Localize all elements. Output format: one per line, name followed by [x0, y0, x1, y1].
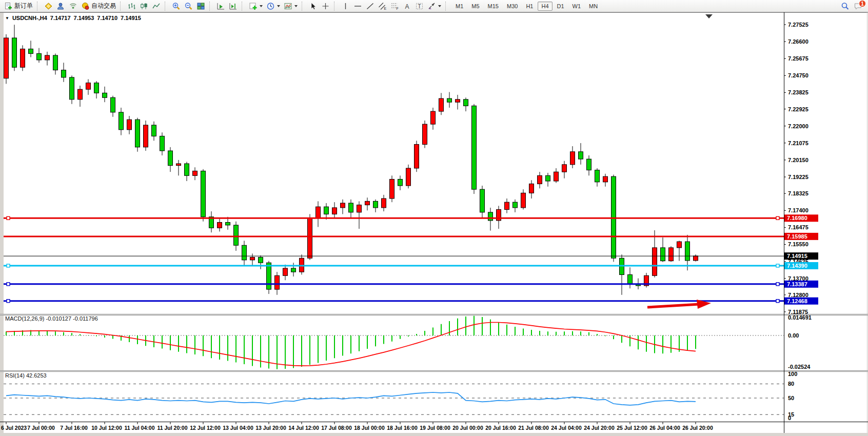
text-icon: A: [403, 2, 411, 10]
time-axis-label: 6 Jul 2023: [1, 425, 27, 431]
periods-button[interactable]: [265, 1, 282, 11]
timeframe-m30[interactable]: M30: [503, 2, 521, 11]
timeframe-m15[interactable]: M15: [484, 2, 502, 11]
macd-axis-label: 0.00: [788, 332, 799, 339]
timeframe-h1[interactable]: H1: [522, 2, 537, 11]
channel-button[interactable]: E: [377, 1, 388, 11]
candle: [390, 179, 394, 199]
time-axis-label: 7 Jul 00:00: [27, 425, 55, 431]
chart-bars-button[interactable]: [126, 1, 137, 11]
candle: [439, 98, 444, 111]
price-tick-label: 7.22000: [788, 123, 808, 129]
timeframe-w1[interactable]: W1: [569, 2, 585, 11]
trendline-icon: [366, 2, 374, 10]
timeframe-m5[interactable]: M5: [468, 2, 483, 11]
label-button[interactable]: T: [413, 1, 425, 11]
fibonacci-button[interactable]: F: [389, 1, 401, 11]
toolbar-separator: [242, 2, 245, 11]
zoom-out-button[interactable]: [183, 1, 194, 11]
fibonacci-icon: F: [390, 2, 399, 10]
cursor-icon: [309, 2, 318, 10]
metaeditor-button[interactable]: [43, 1, 54, 11]
price-line-label-text: 7.16980: [787, 215, 807, 221]
candle: [234, 225, 239, 245]
chart-shift-button[interactable]: [227, 1, 239, 11]
price-line-label-text: 7.12468: [787, 298, 807, 304]
signals-button[interactable]: [67, 1, 79, 11]
candle: [398, 179, 403, 186]
crosshair-button[interactable]: [320, 1, 331, 11]
timeframe-m1[interactable]: M1: [452, 2, 467, 11]
line-handle[interactable]: [776, 264, 779, 267]
equidistant-channel-icon: E: [378, 2, 387, 10]
timeframe-d1[interactable]: D1: [554, 2, 568, 11]
line-handle[interactable]: [7, 216, 10, 220]
zoom-in-button[interactable]: [170, 1, 182, 11]
line-chart-icon: [152, 2, 161, 10]
search-icon[interactable]: [841, 2, 850, 10]
trendline-button[interactable]: [364, 1, 376, 11]
candle: [653, 248, 657, 275]
templates-button[interactable]: [282, 1, 299, 11]
ohlc-high: 7.14953: [74, 15, 94, 21]
chart-shift-icon: [229, 2, 238, 10]
candle: [505, 202, 509, 209]
candle: [611, 176, 616, 258]
line-handle[interactable]: [7, 300, 10, 303]
candle: [316, 207, 321, 217]
candle: [373, 201, 378, 208]
vertical-line-button[interactable]: [340, 1, 351, 11]
notification-badge: 1: [859, 0, 866, 7]
toolbar-separator: [445, 2, 449, 11]
candle: [382, 199, 386, 208]
price-tick-label: 7.15550: [788, 241, 808, 247]
line-handle[interactable]: [7, 264, 10, 267]
notifications-button[interactable]: 1: [854, 2, 862, 10]
candle: [431, 111, 436, 124]
time-axis-label: 10 Jul 12:00: [91, 425, 122, 431]
new-order-button[interactable]: 新订单: [3, 1, 34, 11]
tile-windows-button[interactable]: [195, 1, 207, 11]
new-order-icon: [4, 2, 13, 10]
candle: [21, 49, 25, 67]
price-line-label-text: 7.13387: [787, 281, 807, 287]
candle: [201, 171, 206, 216]
candle: [78, 89, 83, 100]
price-tick-label: 7.21075: [788, 140, 808, 146]
collapse-triangle-icon[interactable]: ▼: [5, 16, 9, 21]
indicators-button[interactable]: [247, 1, 264, 11]
timeframe-mn[interactable]: MN: [585, 2, 601, 11]
horizontal-line-button[interactable]: [352, 1, 364, 11]
cursor-button[interactable]: [307, 1, 319, 11]
ohlc-low: 7.14710: [97, 15, 117, 21]
candle: [29, 49, 33, 53]
terminal-icon: [56, 2, 65, 10]
chart-canvas[interactable]: 7.275257.266007.256757.247507.238257.229…: [0, 12, 868, 436]
candle: [349, 203, 353, 212]
line-handle[interactable]: [776, 216, 779, 220]
chart-candles-button[interactable]: [138, 1, 150, 11]
text-button[interactable]: A: [401, 1, 413, 11]
candle: [144, 125, 148, 147]
candle: [53, 55, 58, 70]
candle: [160, 136, 165, 151]
price-line-label-text: 7.14390: [787, 263, 807, 269]
chart-line-button[interactable]: [150, 1, 162, 11]
candle: [267, 263, 271, 289]
terminal-button[interactable]: [55, 1, 67, 11]
time-axis-label: 26 Jul 20:00: [682, 425, 713, 431]
autotrading-button[interactable]: 自动交易: [80, 1, 117, 11]
auto-scroll-button[interactable]: [215, 1, 227, 11]
templates-icon: [284, 2, 292, 10]
clock-icon: [266, 2, 275, 10]
arrows-button[interactable]: [426, 1, 443, 11]
line-handle[interactable]: [776, 300, 779, 303]
metaeditor-icon: [44, 2, 53, 10]
timeframe-h4[interactable]: H4: [538, 2, 552, 11]
candle: [324, 207, 329, 214]
candle: [62, 70, 66, 77]
line-handle[interactable]: [776, 283, 779, 286]
toolbar-separator: [334, 2, 338, 11]
candlestick-icon: [140, 2, 148, 10]
line-handle[interactable]: [7, 283, 10, 286]
